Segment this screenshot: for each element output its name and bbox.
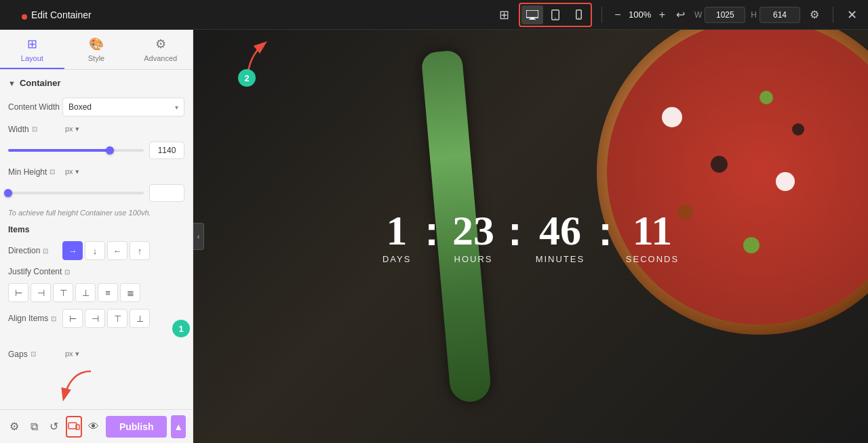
- tab-style[interactable]: 🎨 Style: [64, 30, 129, 69]
- layers-button[interactable]: ⧉: [26, 416, 42, 438]
- justify-start-button[interactable]: ⊢: [8, 283, 28, 302]
- countdown-section: 1 DAYS : 23 HOURS : 46 MINUTES : 11 SECO…: [382, 209, 679, 264]
- settings-button[interactable]: ⚙: [806, 7, 823, 22]
- zoom-in-button[interactable]: +: [656, 7, 668, 22]
- width-control: px ▾: [62, 123, 184, 135]
- content-width-label: Content Width: [8, 102, 62, 112]
- left-panel: ⊞ Layout 🎨 Style ⚙ Advanced ▼ Container …: [0, 30, 193, 443]
- main-content: ⊞ Layout 🎨 Style ⚙ Advanced ▼ Container …: [0, 30, 868, 443]
- page-title: Edit Container: [24, 9, 490, 20]
- direction-col-button[interactable]: ↓: [85, 241, 105, 260]
- gaps-unit[interactable]: px ▾: [62, 348, 82, 360]
- align-stretch-button[interactable]: ⊥: [130, 309, 150, 328]
- svg-rect-1: [530, 18, 534, 19]
- justify-content-buttons: ⊢ ⊣ ⊤ ⊥ ≡ ≣: [8, 283, 184, 302]
- width-slider-row: [8, 142, 184, 159]
- svg-rect-7: [68, 423, 77, 429]
- width-input[interactable]: [705, 7, 745, 23]
- items-label: Items: [8, 225, 184, 234]
- direction-row-rev-button[interactable]: ←: [107, 241, 127, 260]
- content-width-value: Boxed: [68, 102, 92, 112]
- align-start-button[interactable]: ⊢: [62, 309, 83, 328]
- history-button[interactable]: ↺: [46, 416, 62, 438]
- tab-layout-label: Layout: [21, 54, 43, 62]
- height-input[interactable]: [760, 7, 800, 23]
- close-button[interactable]: ✕: [843, 6, 861, 24]
- min-height-responsive-icon: ⊡: [50, 168, 55, 175]
- zoom-controls: − 100% + ↩: [612, 7, 689, 22]
- device-buttons: [519, 3, 592, 27]
- countdown-sep-2: :: [508, 209, 522, 251]
- countdown-sep-3: :: [598, 209, 612, 251]
- top-bar-left: [7, 10, 19, 20]
- align-items-buttons: ⊢ ⊣ ⊤ ⊥: [62, 309, 184, 328]
- width-value-input[interactable]: [149, 142, 184, 159]
- container-section-label: Container: [20, 78, 61, 88]
- apps-grid-button[interactable]: ⊞: [495, 6, 513, 24]
- undo-button[interactable]: ↩: [672, 7, 689, 22]
- gaps-responsive-icon: ⊡: [31, 350, 36, 358]
- container-section-header[interactable]: ▼ Container: [8, 78, 184, 88]
- height-label: H: [751, 10, 757, 20]
- responsive-bottom-button[interactable]: [66, 416, 82, 438]
- min-height-value-input[interactable]: [149, 184, 184, 202]
- eye-button[interactable]: 👁: [86, 416, 102, 438]
- publish-button[interactable]: Publish: [106, 416, 167, 438]
- collapse-arrow: ▼: [8, 79, 16, 87]
- width-field: W: [694, 7, 745, 23]
- min-height-label: Min Height ⊡: [8, 167, 62, 177]
- justify-space-evenly-button[interactable]: ≣: [120, 283, 140, 302]
- content-width-select[interactable]: Boxed ▾: [62, 98, 184, 117]
- step-badge-1: 1: [172, 320, 190, 337]
- width-slider[interactable]: [8, 149, 144, 152]
- width-slider-thumb[interactable]: [106, 146, 114, 154]
- min-height-slider-row: [8, 184, 184, 202]
- tab-advanced[interactable]: ⚙ Advanced: [128, 30, 193, 69]
- height-field: H: [751, 7, 800, 23]
- justify-end-button[interactable]: ⊤: [53, 283, 73, 302]
- countdown-sep-1: :: [425, 209, 439, 251]
- tab-layout[interactable]: ⊞ Layout: [0, 30, 64, 69]
- tab-style-label: Style: [88, 54, 104, 62]
- justify-space-around-button[interactable]: ≡: [98, 283, 118, 302]
- layout-icon: ⊞: [27, 37, 37, 51]
- direction-col-rev-button[interactable]: ↑: [130, 241, 150, 260]
- mobile-button[interactable]: [568, 5, 589, 24]
- gaps-label: Gaps ⊡: [8, 350, 62, 359]
- width-unit[interactable]: px ▾: [62, 123, 82, 135]
- countdown-row: 1 DAYS : 23 HOURS : 46 MINUTES : 11 SECO…: [382, 209, 679, 264]
- justify-content-row: Justify Content ⊡: [8, 267, 184, 276]
- countdown-hours: 23 HOURS: [452, 209, 494, 264]
- top-bar-right: W H ⚙ ✕: [694, 6, 861, 24]
- style-icon: 🎨: [89, 37, 104, 51]
- min-height-slider[interactable]: [8, 192, 144, 194]
- countdown-days: 1 DAYS: [382, 209, 411, 264]
- svg-point-6: [578, 18, 579, 18]
- hint-text: To achieve full height Container use 100…: [8, 209, 184, 217]
- align-items-label: Align Items ⊡: [8, 314, 62, 323]
- desktop-button[interactable]: [521, 5, 543, 24]
- direction-label: Direction ⊡: [8, 246, 62, 255]
- min-height-unit[interactable]: px ▾: [62, 166, 82, 177]
- justify-center-button[interactable]: ⊣: [31, 283, 51, 302]
- justify-space-between-button[interactable]: ⊥: [75, 283, 96, 302]
- min-height-row: Min Height ⊡ px ▾: [8, 166, 184, 177]
- justify-responsive-icon: ⊡: [64, 268, 70, 276]
- zoom-out-button[interactable]: −: [612, 7, 623, 22]
- min-height-slider-thumb[interactable]: [4, 189, 12, 197]
- panel-content: ▼ Container Content Width Boxed ▾ Width …: [0, 70, 193, 409]
- select-arrow-icon: ▾: [175, 104, 178, 111]
- settings-bottom-button[interactable]: ⚙: [7, 416, 22, 438]
- tab-advanced-label: Advanced: [144, 54, 177, 62]
- panel-collapse-button[interactable]: ‹: [193, 223, 204, 250]
- svg-point-4: [555, 18, 557, 19]
- content-width-control: Boxed ▾: [62, 98, 184, 117]
- menu-button[interactable]: [7, 10, 19, 20]
- tablet-button[interactable]: [545, 5, 566, 24]
- svg-rect-0: [526, 10, 538, 18]
- publish-chevron-button[interactable]: ▲: [171, 415, 186, 438]
- align-center-button[interactable]: ⊣: [85, 309, 105, 328]
- align-end-button[interactable]: ⊤: [107, 309, 127, 328]
- direction-row: Direction ⊡ → ↓ ← ↑: [8, 241, 184, 260]
- direction-row-button[interactable]: →: [62, 241, 83, 260]
